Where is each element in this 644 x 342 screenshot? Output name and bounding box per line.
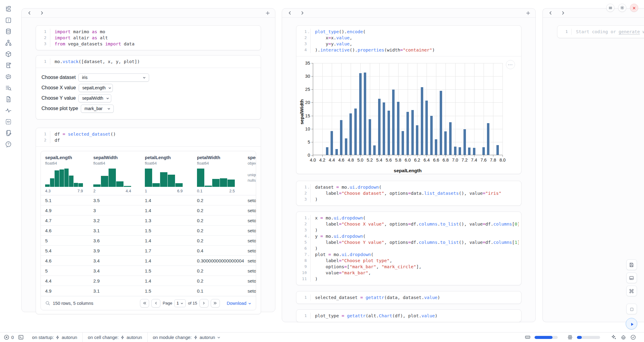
column-header[interactable]: sepalLengthfloat644.37.9 [45, 155, 93, 193]
add-cell-icon[interactable] [265, 11, 270, 16]
sidebar-database-icon[interactable] [5, 28, 12, 35]
on-cell-change-setting[interactable]: on cell change: autorun [83, 333, 148, 342]
sidebar-file-tree-icon[interactable] [5, 5, 12, 12]
column-left-chevron-icon[interactable] [27, 11, 32, 15]
panel-layout-button[interactable] [626, 273, 637, 283]
line-number: 2 [36, 137, 46, 143]
sidebar-dependency-graph-icon[interactable] [5, 39, 12, 46]
range-min: 4.3 [45, 189, 51, 193]
chart-bar [421, 87, 423, 155]
on-startup-setting[interactable]: on startup: autorun [27, 333, 83, 342]
download-button[interactable]: Download [227, 301, 252, 306]
table-row[interactable]: 5.43.91.70.4setosa [41, 246, 256, 256]
sidebar-script-icon[interactable] [5, 62, 12, 69]
on-module-change-setting[interactable]: on module change: autorun [148, 333, 226, 342]
table-row[interactable]: 4.931.40.2setosa [41, 205, 256, 216]
table-row[interactable]: 5.13.51.40.2setosa [41, 195, 256, 205]
bolt-icon [120, 335, 125, 340]
memory-icon [525, 334, 531, 340]
vstack-cell[interactable]: 1mo.vstack([dataset, x, y, plot])Choose … [36, 55, 261, 119]
table-row[interactable]: 4.63.11.50.2setosa [41, 226, 256, 236]
column-header[interactable]: speciesobjectunique:nulls: [248, 155, 256, 193]
chart-bar [383, 102, 385, 155]
empty-code-cell[interactable]: 1 Start coding or generate with [557, 25, 644, 38]
column-header[interactable]: sepalWidthfloat6424.4 [93, 155, 145, 193]
table-cell: 5 [45, 238, 93, 243]
sidebar-activity-icon[interactable] [5, 107, 12, 114]
code-editor[interactable]: 1⌄dataset = mo.ui.dropdown(2 label="Choo… [296, 181, 521, 205]
y-tick-label: 15 [305, 113, 313, 118]
check-circle-icon[interactable] [630, 334, 636, 340]
sidebar-help-icon[interactable]: ? [5, 141, 12, 148]
settings-button[interactable] [618, 4, 626, 12]
imports-cell[interactable]: 1import marimo as mo2import altair as al… [36, 25, 261, 50]
column-left-chevron-icon[interactable] [288, 11, 292, 15]
table-row[interactable]: 4.42.91.40.2setosa [41, 276, 256, 286]
plot-type-cell[interactable]: 1plot_type = getattr(alt.Chart(df), plot… [296, 309, 521, 322]
sidebar-function-square-icon[interactable]: f [5, 17, 12, 24]
errors-icon[interactable] [4, 334, 9, 340]
next-page-button[interactable] [199, 299, 209, 308]
generate-with-ai-link[interactable]: generate [619, 29, 640, 34]
terminal-icon[interactable] [18, 334, 24, 340]
dropdown-select-plot-type[interactable]: mark_bar [81, 105, 114, 113]
histogram-bar [227, 180, 235, 187]
code-editor[interactable]: 1import marimo as mo2import altair as al… [36, 26, 261, 50]
page-select[interactable]: 1 [174, 299, 186, 307]
code-editor[interactable]: 1mo.vstack([dataset, x, y, plot]) [36, 55, 261, 68]
keyboard-shortcuts-button[interactable] [626, 286, 637, 296]
table-row[interactable]: 4.63.41.40.30000000000000004setosa [41, 256, 256, 266]
dropdown-select-dataset[interactable]: iris [78, 73, 149, 82]
dataset-dropdown-cell[interactable]: 1⌄dataset = mo.ui.dropdown(2 label="Choo… [296, 181, 521, 206]
dataframe-cell[interactable]: 1df = selected_dataset()2dfsepalLengthfl… [36, 128, 261, 314]
code-editor[interactable]: 1⌄plot_type().encode(2 x=x.value,3 y=y.v… [296, 26, 521, 56]
dropdown-select-y-value[interactable]: sepalWidth [78, 94, 111, 102]
column-name: species [248, 155, 256, 160]
column-right-chevron-icon[interactable] [561, 11, 565, 15]
add-cell-icon[interactable] [526, 11, 531, 16]
selected-dataset-cell[interactable]: 1selected_dataset = getattr(data, datase… [296, 291, 521, 304]
table-cell: 0.2 [197, 218, 248, 223]
table-row[interactable]: 4.73.21.30.2setosa [41, 216, 256, 226]
xy-plot-dropdowns-cell[interactable]: 1⌄x = mo.ui.dropdown(2 label="Choose X v… [296, 212, 521, 285]
stop-button[interactable] [626, 304, 637, 314]
table-cell: 4.6 [45, 258, 93, 263]
column-right-chevron-icon[interactable] [40, 11, 44, 15]
table-row[interactable]: 53.61.40.2setosa [41, 236, 256, 246]
bot-icon[interactable] [621, 334, 626, 340]
sidebar-package-icon[interactable] [5, 51, 12, 58]
sidebar-chat-bot-icon[interactable] [5, 73, 12, 80]
run-button[interactable] [626, 318, 637, 330]
column-header[interactable]: petalWidthfloat640.12.5 [197, 155, 248, 193]
column-header[interactable]: petalLengthfloat6416.9 [145, 155, 197, 193]
menu-button[interactable] [606, 4, 614, 12]
chart-menu-button[interactable]: ••• [506, 60, 515, 69]
table-row[interactable]: 4.93.11.50.1setosa [41, 286, 256, 296]
line-number: 6 [296, 245, 307, 251]
sidebar-document-icon[interactable] [5, 96, 12, 103]
column-right-chevron-icon[interactable] [300, 11, 305, 15]
sparkles-ai-icon[interactable] [611, 334, 617, 340]
first-page-button[interactable] [140, 299, 149, 308]
sidebar-scratchpad-icon[interactable] [5, 130, 12, 137]
chevron-down-icon [106, 96, 109, 100]
sidebar-snippets-icon[interactable] [5, 118, 12, 125]
code-editor[interactable]: 1plot_type = getattr(alt.Chart(df), plot… [296, 310, 521, 322]
save-button[interactable] [626, 259, 637, 270]
code-editor-placeholder[interactable]: Start coding or generate with [571, 29, 644, 35]
search-icon[interactable] [45, 301, 50, 306]
table-row[interactable]: 53.41.50.2setosa [41, 266, 256, 276]
chart-plot-area[interactable]: 4.04.24.44.64.85.05.25.45.65.86.06.26.46… [313, 63, 503, 155]
sidebar-logs-search-icon[interactable] [5, 84, 12, 91]
code-editor[interactable]: 1df = selected_dataset()2df [36, 128, 261, 146]
table-scroll-area[interactable]: sepalLengthfloat644.37.9sepalWidthfloat6… [41, 151, 256, 296]
table-cell: 1.4 [145, 258, 197, 263]
last-page-button[interactable] [211, 299, 220, 308]
column-left-chevron-icon[interactable] [548, 11, 553, 15]
plot-cell[interactable]: 1⌄plot_type().encode(2 x=x.value,3 y=y.v… [296, 25, 521, 174]
code-editor[interactable]: 1selected_dataset = getattr(data, datase… [296, 291, 521, 304]
previous-page-button[interactable] [151, 299, 160, 308]
shutdown-button[interactable] [630, 4, 638, 12]
dropdown-select-x-value[interactable]: sepalLength [79, 84, 113, 92]
code-editor[interactable]: 1⌄x = mo.ui.dropdown(2 label="Choose X v… [296, 212, 521, 285]
